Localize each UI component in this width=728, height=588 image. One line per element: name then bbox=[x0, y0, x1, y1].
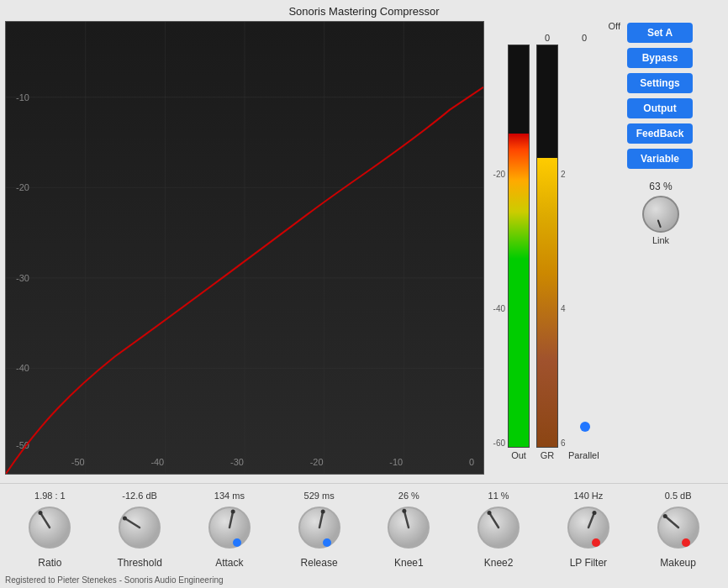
dot-red-7 bbox=[682, 538, 690, 547]
svg-point-31 bbox=[320, 510, 324, 514]
buttons-panel: Set A Bypass Settings Output FeedBack Va… bbox=[627, 21, 694, 483]
svg-point-34 bbox=[403, 509, 407, 513]
knob-svg-6[interactable] bbox=[565, 504, 612, 551]
svg-point-43 bbox=[662, 514, 667, 518]
off-label: Off bbox=[609, 21, 620, 31]
meters-body: -20 -40 -60 2 4 6 bbox=[489, 45, 590, 448]
link-percent: 63 % bbox=[649, 181, 672, 192]
knob-svg-7[interactable] bbox=[655, 504, 702, 551]
knob-item-lp-filter: 140 Hz LP Filter bbox=[544, 491, 634, 569]
link-label: Link bbox=[652, 235, 669, 245]
knob-value-0: 1.98 : 1 bbox=[34, 491, 66, 501]
knob-value-2: 134 ms bbox=[214, 491, 245, 501]
svg-point-22 bbox=[39, 511, 43, 515]
gr-top-zero: 0 bbox=[582, 33, 587, 43]
right-panel: Off 0 0 -20 -40 -60 bbox=[489, 21, 723, 483]
svg-text:-30: -30 bbox=[230, 457, 244, 467]
knob-value-6: 140 Hz bbox=[573, 491, 603, 501]
graph-area: -10 -20 -30 -40 -50 -50 -40 -30 -20 -10 … bbox=[5, 21, 484, 475]
knob-value-3: 529 ms bbox=[304, 491, 335, 501]
gr-label: GR bbox=[536, 450, 558, 460]
dot-blue-3 bbox=[323, 538, 331, 547]
svg-point-25 bbox=[123, 517, 127, 521]
out-meter bbox=[508, 45, 530, 448]
left-scale: -20 -40 -60 bbox=[489, 45, 508, 448]
svg-text:-20: -20 bbox=[310, 457, 324, 467]
svg-text:-20: -20 bbox=[16, 182, 29, 192]
gr-meter bbox=[536, 45, 558, 448]
svg-text:-10: -10 bbox=[389, 457, 403, 467]
knob-label-7: Makeup bbox=[660, 557, 696, 569]
title-text: Sonoris Mastering Compressor bbox=[288, 5, 439, 18]
knob-label-0: Ratio bbox=[38, 557, 61, 569]
knob-svg-0[interactable] bbox=[26, 504, 73, 551]
knob-value-5: 11 % bbox=[488, 491, 509, 501]
knob-svg-5[interactable] bbox=[475, 504, 522, 551]
knob-item-knee1: 26 % Knee1 bbox=[364, 491, 454, 569]
knob-item-threshold: -12.6 dB Threshold bbox=[95, 491, 185, 569]
knob-label-1: Threshold bbox=[117, 557, 161, 569]
parallel-dot bbox=[580, 422, 590, 432]
link-section: 63 % Link bbox=[627, 181, 694, 245]
svg-point-37 bbox=[488, 511, 492, 515]
right-scale: 2 4 6 bbox=[558, 45, 577, 448]
meters-section: Off 0 0 -20 -40 -60 bbox=[489, 21, 624, 483]
out-top-zero: 0 bbox=[545, 33, 550, 43]
knob-label-4: Knee1 bbox=[394, 557, 424, 569]
bottom-knobs-section: 1.98 : 1 Ratio -12.6 bbox=[0, 483, 728, 572]
variable-button[interactable]: Variable bbox=[627, 149, 693, 169]
settings-button[interactable]: Settings bbox=[627, 73, 693, 93]
bypass-button[interactable]: Bypass bbox=[627, 48, 693, 68]
knob-svg-1[interactable] bbox=[116, 504, 163, 551]
knob-item-ratio: 1.98 : 1 Ratio bbox=[5, 491, 95, 569]
knob-item-knee2: 11 % Knee2 bbox=[454, 491, 544, 569]
svg-text:-50: -50 bbox=[71, 457, 85, 467]
knob-item-makeup: 0.5 dB Makeup bbox=[633, 491, 723, 569]
app-title: Sonoris Mastering Compressor bbox=[0, 0, 728, 21]
knob-label-3: Release bbox=[301, 557, 338, 569]
footer: Registered to Pieter Stenekes - Sonoris … bbox=[0, 572, 728, 588]
knob-value-1: -12.6 dB bbox=[122, 491, 157, 501]
knob-value-7: 0.5 dB bbox=[665, 491, 692, 501]
svg-point-40 bbox=[592, 511, 596, 515]
svg-text:-30: -30 bbox=[16, 273, 29, 283]
knob-label-2: Attack bbox=[215, 557, 243, 569]
knob-svg-4[interactable] bbox=[385, 504, 432, 551]
link-knob[interactable] bbox=[642, 196, 679, 233]
out-label: Out bbox=[508, 450, 530, 460]
feedback-button[interactable]: FeedBack bbox=[627, 123, 693, 144]
knob-item-attack: 134 ms Attack bbox=[185, 491, 275, 569]
svg-text:-40: -40 bbox=[16, 363, 29, 373]
knob-label-5: Knee2 bbox=[484, 557, 514, 569]
svg-text:-40: -40 bbox=[150, 457, 164, 467]
parallel-label: Parallel bbox=[568, 450, 599, 460]
knob-svg-2[interactable] bbox=[206, 504, 253, 551]
svg-text:0: 0 bbox=[469, 457, 474, 467]
output-button[interactable]: Output bbox=[627, 98, 693, 118]
dot-red-6 bbox=[592, 538, 600, 547]
dot-blue-2 bbox=[233, 538, 241, 547]
link-knob-container: Link bbox=[642, 196, 679, 245]
knob-item-release: 529 ms Release bbox=[274, 491, 364, 569]
knob-svg-3[interactable] bbox=[296, 504, 343, 551]
svg-point-28 bbox=[231, 510, 235, 514]
seta-button[interactable]: Set A bbox=[627, 23, 693, 43]
knob-value-4: 26 % bbox=[398, 491, 419, 501]
svg-text:-10: -10 bbox=[16, 92, 29, 102]
knob-label-6: LP Filter bbox=[570, 557, 607, 569]
